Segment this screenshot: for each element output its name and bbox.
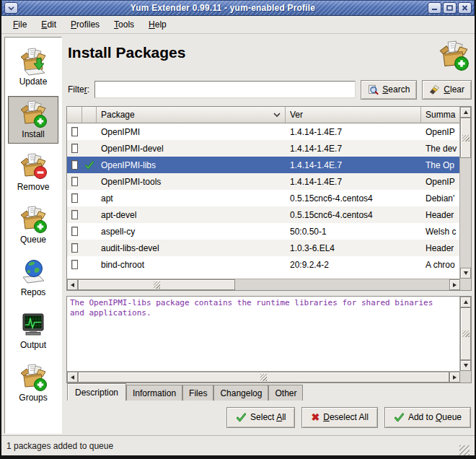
scrollbar-thumb[interactable]: [78, 372, 449, 382]
check-icon: [236, 412, 247, 423]
row-checkbox[interactable]: [71, 227, 78, 236]
window-title: Yum Extender 0.99.11 - yum-enabled Profi…: [19, 3, 427, 13]
clear-button[interactable]: Clear: [422, 80, 472, 100]
table-row[interactable]: apt 0.5.15cnc6-4.centos4 Debian': [67, 190, 459, 206]
description-text: The OpenIPMI-libs package contains the r…: [67, 297, 459, 371]
scroll-up-arrow[interactable]: [460, 107, 471, 118]
row-checkbox[interactable]: [71, 177, 78, 186]
status-text: 1 packages added to queue: [6, 441, 459, 451]
maximize-button[interactable]: [443, 2, 457, 14]
box-queue-icon: [19, 205, 48, 234]
scroll-right-arrow[interactable]: [449, 372, 460, 382]
table-row[interactable]: aspell-cy 50:0.50-1 Welsh c: [67, 223, 459, 240]
tab-other[interactable]: Other: [268, 385, 303, 401]
monitor-output-icon: [19, 310, 48, 339]
package-table: Package Ver Summa OpenIPMI 1.4.14-1.4E.7: [66, 106, 472, 291]
install-packages-icon: [437, 40, 470, 74]
sidebar-item-repos[interactable]: Repos: [8, 254, 58, 302]
statusbar: 1 packages added to queue: [1, 435, 475, 455]
row-checkbox[interactable]: [71, 160, 78, 170]
titlebar[interactable]: Yum Extender 0.99.11 - yum-enabled Profi…: [1, 0, 475, 16]
description-vertical-scrollbar[interactable]: [459, 297, 471, 371]
sidebar-item-output[interactable]: Output: [8, 307, 58, 354]
globe-repos-icon: [19, 258, 48, 287]
column-header-flag[interactable]: [82, 107, 97, 123]
resize-grip[interactable]: [459, 445, 470, 455]
brush-icon: [429, 84, 440, 95]
filter-input[interactable]: [94, 81, 356, 98]
menu-help[interactable]: Help: [143, 17, 172, 32]
close-icon: [462, 5, 468, 11]
column-header-summary[interactable]: Summa: [421, 107, 459, 123]
tab-description[interactable]: Description: [67, 383, 126, 401]
table-row[interactable]: bind-chroot 20:9.2.4-2 A chroo: [67, 256, 459, 273]
row-checkbox[interactable]: [71, 144, 78, 153]
column-header-checkbox[interactable]: [67, 107, 82, 123]
select-all-button[interactable]: Select All: [226, 407, 295, 428]
page-title: Install Packages: [68, 40, 185, 61]
sidebar: Update Install Remove Queue Repos Output: [4, 37, 62, 434]
menu-edit[interactable]: Edit: [35, 17, 62, 32]
scroll-down-arrow[interactable]: [460, 268, 471, 279]
table-row[interactable]: OpenIPMI 1.4.14-1.4E.7 OpenIP: [67, 123, 459, 140]
scroll-left-arrow[interactable]: [67, 279, 78, 290]
menu-file[interactable]: File: [7, 17, 32, 32]
detail-tabs: Description Information Files Changelog …: [66, 383, 472, 401]
yum-extender-window: Yum Extender 0.99.11 - yum-enabled Profi…: [0, 0, 476, 459]
row-checkbox[interactable]: [71, 127, 78, 136]
tab-information[interactable]: Information: [126, 385, 182, 401]
sidebar-item-update[interactable]: Update: [8, 43, 58, 91]
scrollbar-thumb[interactable]: [460, 118, 471, 158]
column-header-ver[interactable]: Ver: [286, 107, 421, 123]
menu-profiles[interactable]: Profiles: [65, 17, 105, 32]
table-horizontal-scrollbar[interactable]: [67, 279, 460, 290]
box-update-icon: [19, 47, 48, 76]
x-mark-icon: ✖: [311, 412, 319, 422]
box-groups-icon: [19, 363, 48, 392]
table-row[interactable]: OpenIPMI-tools 1.4.14-1.4E.7 OpenIP: [67, 173, 459, 190]
scrollbar-thumb[interactable]: [460, 307, 471, 360]
row-checkbox[interactable]: [71, 210, 78, 219]
description-panel: The OpenIPMI-libs package contains the r…: [66, 296, 472, 383]
search-icon: [368, 84, 379, 95]
menu-tools[interactable]: Tools: [108, 17, 140, 32]
sidebar-item-groups[interactable]: Groups: [8, 359, 58, 407]
chevron-down-icon: [8, 6, 14, 11]
check-icon: [394, 412, 405, 423]
column-header-package[interactable]: Package: [97, 107, 286, 123]
scroll-right-arrow[interactable]: [449, 279, 460, 290]
row-checkbox[interactable]: [71, 243, 78, 253]
search-button[interactable]: Search: [361, 80, 417, 100]
table-row[interactable]: OpenIPMI-devel 1.4.14-1.4E.7 The dev: [67, 140, 459, 157]
row-checkbox[interactable]: [71, 260, 78, 269]
scroll-up-arrow[interactable]: [460, 297, 471, 307]
table-row[interactable]: apt-devel 0.5.15cnc6-4.centos4 Header: [67, 206, 459, 223]
add-to-queue-button[interactable]: Add to Queue: [384, 407, 471, 428]
window-menu-button[interactable]: [4, 2, 18, 14]
box-remove-icon: [19, 152, 48, 181]
sidebar-item-remove[interactable]: Remove: [8, 149, 58, 196]
description-horizontal-scrollbar[interactable]: [67, 371, 460, 382]
table-vertical-scrollbar[interactable]: [459, 107, 471, 279]
table-row[interactable]: audit-libs-devel 1.0.3-6.EL4 Header: [67, 240, 459, 256]
table-header: Package Ver Summa: [67, 107, 459, 123]
scrollbar-thumb[interactable]: [78, 279, 235, 290]
filter-label: Filter:: [66, 84, 89, 95]
menubar: File Edit Profiles Tools Help: [1, 16, 475, 34]
sidebar-item-install[interactable]: Install: [8, 96, 58, 144]
action-button-row: Select All ✖ Deselect All Add to Queue: [66, 401, 472, 434]
queued-check-icon: [84, 160, 94, 170]
scroll-left-arrow[interactable]: [67, 372, 78, 382]
minimize-icon: [431, 5, 438, 11]
sidebar-item-queue[interactable]: Queue: [8, 201, 58, 249]
deselect-all-button[interactable]: ✖ Deselect All: [301, 407, 377, 428]
scroll-down-arrow[interactable]: [460, 360, 471, 371]
minimize-button[interactable]: [428, 2, 441, 14]
sort-descending-icon: [273, 112, 281, 118]
close-button[interactable]: [458, 2, 472, 14]
box-install-icon: [19, 100, 48, 128]
tab-files[interactable]: Files: [182, 385, 213, 401]
tab-changelog[interactable]: Changelog: [213, 385, 268, 401]
table-row-selected[interactable]: OpenIPMI-libs 1.4.14-1.4E.7 The Op: [67, 157, 459, 173]
row-checkbox[interactable]: [71, 193, 78, 203]
